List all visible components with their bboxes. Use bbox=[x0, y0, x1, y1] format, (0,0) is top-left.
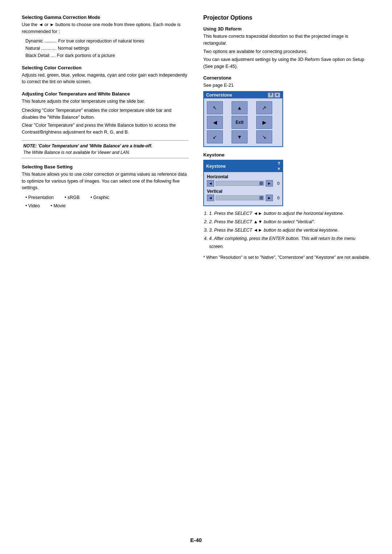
keystone-vertical-label: Vertical bbox=[207, 189, 279, 194]
gamma-natural: Natural ............ Normal settings bbox=[25, 45, 189, 52]
keystone-h-slider-row: ◄ ► 0 bbox=[207, 180, 279, 187]
gamma-black-detail: Black Detail .... For dark portions of a… bbox=[25, 52, 189, 59]
instruction-3: 3. Press the SELECT ◄► button to adjust … bbox=[209, 227, 370, 234]
keystone-help-btn[interactable]: ? bbox=[278, 161, 280, 166]
color-temp-text3: Clear "Color Temperature" and press the … bbox=[22, 122, 189, 136]
keystone-controls: ? × bbox=[278, 161, 280, 171]
color-temp-text2: Checking "Color Temperature" enables the… bbox=[22, 107, 189, 121]
gamma-title: Selecting Gamma Correction Mode bbox=[22, 15, 189, 20]
cornerstone-btn-bottom[interactable]: ▼ bbox=[232, 130, 248, 143]
keystone-h-track[interactable] bbox=[216, 181, 264, 186]
note-box: NOTE: 'Color Temperature' and 'White Bal… bbox=[22, 140, 189, 158]
keystone-horizontal-label: Horizontal bbox=[207, 174, 279, 179]
3d-reform-title: Using 3D Reform bbox=[203, 26, 370, 32]
keystone-v-slider-row: ◄ ► 0 bbox=[207, 195, 279, 201]
color-temp-title: Adjusting Color Temperature and White Ba… bbox=[22, 91, 189, 97]
gamma-dynamic: Dynamic .......... For true color reprod… bbox=[25, 37, 189, 45]
cornerstone-btn-bottomleft[interactable]: ↙ bbox=[207, 130, 223, 143]
bullet-movie: • Movie bbox=[51, 202, 66, 210]
base-setting-title: Selecting Base Setting bbox=[22, 164, 189, 170]
footnote: * When "Resolution" is set to "Native", … bbox=[203, 254, 370, 261]
instruction-2: 2. Press the SELECT ▲▼ button to select … bbox=[209, 218, 370, 226]
cornerstone-page-ref: See page E-21 bbox=[203, 82, 370, 89]
keystone-dialog: Keystone ? × Horizontal ◄ ► 0 bbox=[203, 160, 283, 206]
keystone-close-btn[interactable]: × bbox=[278, 166, 280, 171]
cornerstone-btn-topright[interactable]: ↗ bbox=[256, 101, 272, 114]
cornerstone-exit-btn[interactable]: Exit bbox=[232, 116, 248, 129]
cornerstone-btn-topleft[interactable]: ↖ bbox=[207, 101, 223, 114]
right-column: Projector Options Using 3D Reform This f… bbox=[203, 15, 370, 261]
instruction-1: 1. Press the SELECT ◄► button to adjust … bbox=[209, 210, 370, 217]
bullet-row-1: • Presentation • sRGB • Graphic bbox=[25, 194, 189, 202]
keystone-h-value: 0 bbox=[274, 181, 279, 186]
cornerstone-controls: ? × bbox=[268, 93, 280, 98]
instruction-4: 4. After completing, press the ENTER but… bbox=[209, 235, 370, 250]
gamma-text: Use the ◄ or ► buttons to choose one mod… bbox=[22, 21, 189, 35]
3d-reform-text2: Two options are available for correcting… bbox=[203, 48, 370, 55]
keystone-inner: Horizontal ◄ ► 0 Vertical ◄ bbox=[204, 172, 282, 205]
keystone-v-thumb bbox=[260, 196, 263, 200]
bullet-video: • Video bbox=[25, 202, 40, 210]
page: Selecting Gamma Correction Mode Use the … bbox=[0, 0, 392, 554]
page-number: E-40 bbox=[190, 537, 202, 543]
keystone-v-track[interactable] bbox=[216, 195, 264, 200]
cornerstone-btn-top[interactable]: ▲ bbox=[232, 101, 248, 114]
cornerstone-close-btn[interactable]: × bbox=[274, 93, 280, 98]
instructions-list: 1. Press the SELECT ◄► button to adjust … bbox=[203, 210, 370, 250]
cornerstone-btn-left[interactable]: ◀ bbox=[207, 116, 223, 129]
3d-reform-text3: You can save adjustment settings by usin… bbox=[203, 56, 370, 70]
keystone-dialog-title: Keystone bbox=[206, 164, 226, 169]
cornerstone-section-title: Cornerstone bbox=[203, 75, 370, 81]
keystone-h-right-arrow[interactable]: ► bbox=[266, 180, 273, 187]
bullet-graphic: • Graphic bbox=[90, 194, 109, 202]
note-italic-text: The White Balance is not available for V… bbox=[23, 150, 130, 155]
bullet-srgb: • sRGB bbox=[65, 194, 79, 202]
bullet-row-2: • Video • Movie bbox=[25, 202, 189, 210]
keystone-h-thumb bbox=[260, 182, 263, 185]
projector-options-title: Projector Options bbox=[203, 15, 370, 21]
color-correction-text: Adjusts red, green, blue, yellow, magent… bbox=[22, 72, 189, 86]
left-column: Selecting Gamma Correction Mode Use the … bbox=[22, 15, 189, 261]
keystone-v-right-arrow[interactable]: ► bbox=[266, 195, 273, 201]
keystone-section-title: Keystone bbox=[203, 152, 370, 158]
base-setting-text: This feature allows you to use color cor… bbox=[22, 171, 189, 191]
note-bold-text: NOTE: 'Color Temperature' and 'White Bal… bbox=[23, 143, 152, 148]
bullet-list: • Presentation • sRGB • Graphic • Video … bbox=[25, 194, 189, 210]
keystone-v-value: 0 bbox=[274, 196, 279, 200]
cornerstone-dialog: Cornerstone ? × ↖ ▲ ↗ ◀ Exit ▶ ↙ bbox=[203, 91, 283, 147]
cornerstone-btn-bottomright[interactable]: ↘ bbox=[256, 130, 272, 143]
cornerstone-help-btn[interactable]: ? bbox=[268, 93, 274, 98]
cornerstone-btn-right[interactable]: ▶ bbox=[256, 116, 272, 129]
color-correction-title: Selecting Color Correction bbox=[22, 65, 189, 70]
cornerstone-title-bar: Cornerstone ? × bbox=[204, 92, 282, 98]
cornerstone-grid: ↖ ▲ ↗ ◀ Exit ▶ ↙ ▼ ↘ bbox=[204, 98, 282, 146]
3d-reform-text1: This feature corrects trapezoidal distor… bbox=[203, 33, 370, 47]
keystone-h-left-arrow[interactable]: ◄ bbox=[207, 180, 214, 187]
keystone-title-bar: Keystone ? × bbox=[204, 160, 282, 172]
cornerstone-dialog-title: Cornerstone bbox=[206, 93, 232, 98]
color-temp-text1: This feature adjusts the color temperatu… bbox=[22, 98, 189, 105]
keystone-v-left-arrow[interactable]: ◄ bbox=[207, 195, 214, 201]
bullet-presentation: • Presentation bbox=[25, 194, 54, 202]
